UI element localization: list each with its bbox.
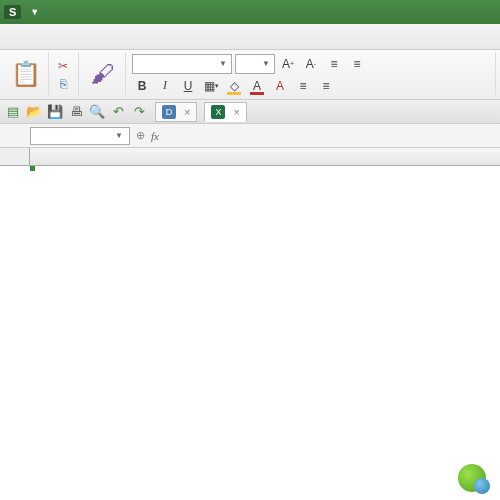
chevron-down-icon: ▼ [115,131,123,140]
preview-icon[interactable]: 🔍 [88,103,106,121]
align-left-button[interactable]: ≡ [324,54,344,74]
spreadsheet[interactable] [0,148,500,500]
tab-docer[interactable]: D × [155,102,197,122]
borders-button[interactable]: ▦▾ [201,76,221,96]
excel-icon: X [211,105,225,119]
undo-icon[interactable]: ↶ [109,103,127,121]
align-center2-button[interactable]: ≡ [316,76,336,96]
copy-icon[interactable]: ⎘ [55,76,71,92]
app-menu-caret[interactable]: ▼ [30,7,39,17]
watermark [458,464,492,492]
new-icon[interactable]: ▤ [4,103,22,121]
bold-button[interactable]: B [132,76,152,96]
close-icon[interactable]: × [233,106,239,118]
close-icon[interactable]: × [184,106,190,118]
fill-color-button[interactable]: ◇ [224,76,244,96]
increase-font-button[interactable]: A+ [278,54,298,74]
redo-icon[interactable]: ↷ [130,103,148,121]
paste-icon[interactable]: 📋 [8,56,44,92]
underline-button[interactable]: U [178,76,198,96]
fx-insert-icon[interactable]: ⊕ [136,129,145,142]
font-size-combo[interactable]: ▼ [235,54,275,74]
docer-icon: D [162,105,176,119]
align-center-button[interactable]: ≡ [347,54,367,74]
save-icon[interactable]: 💾 [46,103,64,121]
watermark-icon [458,464,486,492]
name-box[interactable]: ▼ [30,127,130,145]
chevron-down-icon: ▼ [262,59,270,68]
italic-button[interactable]: I [155,76,175,96]
cell-styles-button[interactable]: A [270,76,290,96]
formula-bar: ▼ ⊕ fx [0,124,500,148]
chevron-down-icon: ▼ [219,59,227,68]
open-icon[interactable]: 📂 [25,103,43,121]
decrease-font-button[interactable]: A- [301,54,321,74]
format-painter-icon[interactable]: 🖌 [85,56,121,92]
cell-selection [30,166,34,170]
tab-workbook[interactable]: X × [204,102,246,122]
font-family-combo[interactable]: ▼ [132,54,232,74]
font-color-button[interactable]: A [247,76,267,96]
select-all-corner[interactable] [0,148,30,165]
menu-bar [0,24,500,50]
app-logo: S [4,5,21,19]
fx-icon[interactable]: fx [151,130,159,142]
align-left2-button[interactable]: ≡ [293,76,313,96]
ribbon: 📋 ✂ ⎘ 🖌 ▼ ▼ A+ A- ≡ ≡ [0,50,500,100]
quick-access-bar: ▤ 📂 💾 🖶 🔍 ↶ ↷ D × X × [0,100,500,124]
cut-icon[interactable]: ✂ [55,58,71,74]
print-icon[interactable]: 🖶 [67,103,85,121]
